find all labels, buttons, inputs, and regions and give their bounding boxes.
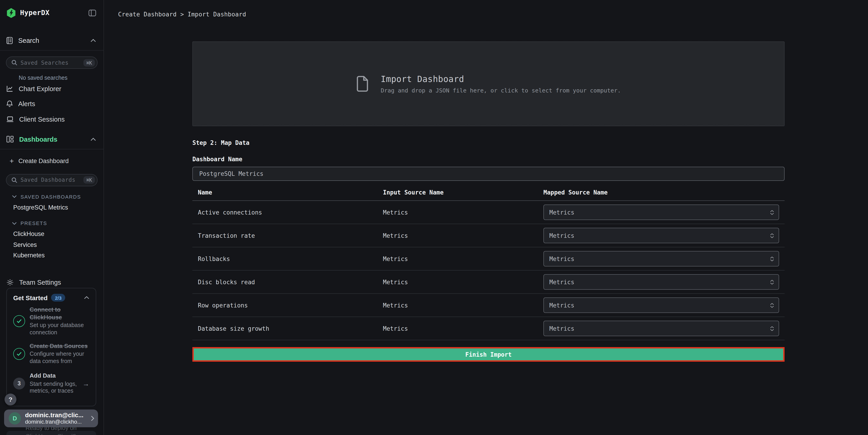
select-updown-icon xyxy=(770,256,774,261)
step-desc: Configure where your data comes from xyxy=(30,351,90,365)
user-email: dominic.tran@clickho... xyxy=(25,419,87,425)
group-saved-dashboards[interactable]: SAVED DASHBOARDS xyxy=(0,191,103,202)
select-updown-icon xyxy=(770,326,774,331)
get-started-step-add-data[interactable]: 3 Add Data Start sending logs, metrics, … xyxy=(7,372,96,395)
dropzone-title: Import Dashboard xyxy=(381,74,621,83)
avatar: D xyxy=(9,412,21,425)
sidebar-item-kubernetes[interactable]: Kubernetes xyxy=(0,250,103,261)
selected-source-value: Metrics xyxy=(549,232,770,239)
brand-name: HyperDX xyxy=(20,9,50,17)
preset-link-label: ClickHouse xyxy=(13,231,44,238)
sidebar-item-postgresql-metrics[interactable]: PostgreSQL Metrics xyxy=(0,202,103,213)
bell-icon xyxy=(6,100,13,108)
brand-logo: HyperDX xyxy=(6,7,50,18)
group-presets[interactable]: PRESETS xyxy=(0,218,103,229)
get-started-title: Get Started xyxy=(13,294,48,301)
gear-icon xyxy=(6,278,14,286)
mapping-table-header: Name Input Source Name Mapped Source Nam… xyxy=(192,189,784,201)
mapped-source-select[interactable]: Metrics xyxy=(544,228,779,243)
no-saved-searches-note: No saved searches xyxy=(19,75,103,81)
column-header-name: Name xyxy=(198,189,383,196)
laptop-icon xyxy=(6,116,14,123)
main-area: Create Dashboard > Import Dashboard Impo… xyxy=(104,0,868,435)
search-icon xyxy=(11,177,17,183)
sidebar-section-dashboards[interactable]: Dashboards xyxy=(0,131,103,147)
user-name: dominic.tran@clic... xyxy=(25,411,87,419)
search-icon xyxy=(11,60,17,66)
dashboard-name-input[interactable]: PostgreSQL Metrics xyxy=(192,167,784,181)
get-started-progress-badge: 2/3 xyxy=(51,294,65,302)
hyperdx-logo-icon xyxy=(6,7,16,18)
step-title: Connect to ClickHouse xyxy=(30,306,90,321)
column-header-mapped-source: Mapped Source Name xyxy=(544,189,784,196)
sidebar-item-alerts[interactable]: Alerts xyxy=(0,96,103,111)
preset-link-label: Kubernetes xyxy=(13,252,45,259)
divider xyxy=(0,149,103,149)
sidebar-item-label: Client Sessions xyxy=(19,116,65,123)
step-number-badge: 3 xyxy=(13,378,25,390)
input-source-name: Metrics xyxy=(383,232,544,239)
get-started-step-sources[interactable]: Create Data Sources Configure where your… xyxy=(7,342,96,365)
get-started-panel: Get Started 2/3 Connect to ClickHouse Se… xyxy=(6,288,96,406)
table-row: Transaction rate Metrics Metrics xyxy=(192,224,784,247)
chevron-right-icon xyxy=(91,415,94,421)
check-circle-icon xyxy=(13,348,25,360)
select-updown-icon xyxy=(770,303,774,308)
input-source-name: Metrics xyxy=(383,325,544,332)
sidebar-section-search[interactable]: Search xyxy=(0,33,103,48)
app-root: HyperDX Search Saved Searches ⌘K No save… xyxy=(0,0,868,435)
chevron-down-icon xyxy=(12,222,17,225)
sidebar-item-services[interactable]: Services xyxy=(0,239,103,250)
input-source-name: Metrics xyxy=(383,302,544,309)
table-row: Row operations Metrics Metrics xyxy=(192,294,784,317)
chevron-down-icon xyxy=(12,195,17,198)
select-updown-icon xyxy=(770,233,774,238)
mapped-source-select[interactable]: Metrics xyxy=(544,297,779,313)
mapped-source-select[interactable]: Metrics xyxy=(544,251,779,266)
dashboard-name-label: Dashboard Name xyxy=(192,156,784,163)
get-started-step-connect[interactable]: Connect to ClickHouse Set up your databa… xyxy=(7,306,96,337)
saved-searches-input[interactable]: Saved Searches ⌘K xyxy=(6,57,98,69)
selected-source-value: Metrics xyxy=(549,278,770,286)
create-dashboard-button[interactable]: + Create Dashboard xyxy=(0,154,103,168)
metric-name: Database size growth xyxy=(198,325,383,332)
user-menu[interactable]: D dominic.tran@clic... dominic.tran@clic… xyxy=(4,409,98,427)
dashboard-link-label: PostgreSQL Metrics xyxy=(13,204,68,211)
finish-import-button[interactable]: Finish Import xyxy=(192,347,784,362)
table-row: Rollbacks Metrics Metrics xyxy=(192,247,784,271)
check-circle-icon xyxy=(13,315,25,327)
import-dropzone[interactable]: Import Dashboard Drag and drop a JSON fi… xyxy=(192,41,784,126)
sidebar-collapse-button[interactable] xyxy=(88,9,96,16)
breadcrumb: Create Dashboard > Import Dashboard xyxy=(118,11,246,18)
select-updown-icon xyxy=(770,279,774,285)
mapped-source-select[interactable]: Metrics xyxy=(544,204,779,220)
sidebar-item-chart-explorer[interactable]: Chart Explorer xyxy=(0,81,103,96)
metric-name: Rollbacks xyxy=(198,255,383,262)
help-button[interactable]: ? xyxy=(5,394,17,405)
chevron-up-icon xyxy=(90,39,96,42)
dropzone-subtitle: Drag and drop a JSON file here, or click… xyxy=(381,87,621,94)
mapped-source-select[interactable]: Metrics xyxy=(544,321,779,336)
shortcut-badge: ⌘K xyxy=(84,176,95,183)
step-title: Create Data Sources xyxy=(30,342,90,350)
table-row: Database size growth Metrics Metrics xyxy=(192,317,784,340)
input-source-name: Metrics xyxy=(383,209,544,216)
sidebar-item-team-settings[interactable]: Team Settings xyxy=(0,274,103,290)
saved-searches-placeholder: Saved Searches xyxy=(21,60,81,66)
sidebar-item-clickhouse[interactable]: ClickHouse xyxy=(0,229,103,239)
group-label: PRESETS xyxy=(21,221,47,226)
selected-source-value: Metrics xyxy=(549,302,770,309)
divider xyxy=(0,50,103,51)
table-row: Active connections Metrics Metrics xyxy=(192,201,784,224)
selected-source-value: Metrics xyxy=(549,325,770,332)
select-updown-icon xyxy=(770,210,774,215)
table-row: Disc blocks read Metrics Metrics xyxy=(192,271,784,294)
dashboards-icon xyxy=(6,136,14,142)
sidebar-item-client-sessions[interactable]: Client Sessions xyxy=(0,111,103,127)
dashboards-section-label: Dashboards xyxy=(19,135,90,143)
saved-dashboards-input[interactable]: Saved Dashboards ⌘K xyxy=(6,174,98,186)
step-desc: Start sending logs, metrics, or traces xyxy=(30,380,83,395)
mapped-source-select[interactable]: Metrics xyxy=(544,274,779,290)
create-dashboard-label: Create Dashboard xyxy=(19,158,69,164)
chevron-up-icon[interactable] xyxy=(84,296,89,299)
